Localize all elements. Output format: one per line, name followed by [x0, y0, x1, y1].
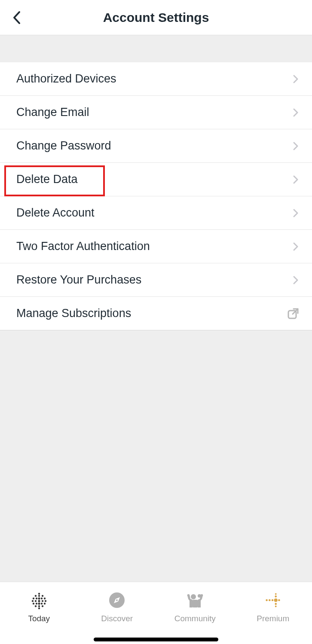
svg-point-24 — [38, 607, 40, 609]
svg-point-19 — [41, 603, 43, 604]
svg-point-3 — [35, 595, 37, 597]
chevron-right-icon — [291, 175, 300, 184]
svg-point-32 — [269, 599, 271, 601]
chevron-right-icon — [291, 108, 300, 117]
svg-point-4 — [38, 595, 40, 597]
nav-item-today[interactable]: Today — [0, 582, 78, 644]
page-title: Account Settings — [0, 10, 312, 25]
header: Account Settings — [0, 0, 312, 35]
svg-point-34 — [274, 598, 278, 602]
svg-point-16 — [33, 603, 34, 604]
svg-point-39 — [275, 605, 277, 607]
svg-point-14 — [42, 600, 43, 602]
nav-label: Community — [174, 614, 216, 623]
chevron-right-icon — [291, 276, 300, 284]
settings-item-manage-subscriptions[interactable]: Manage Subscriptions — [0, 297, 312, 330]
compass-icon — [107, 590, 127, 610]
nav-label: Discover — [101, 614, 133, 623]
settings-item-label: Manage Subscriptions — [16, 307, 131, 320]
settings-list: Authorized Devices Change Email Change P… — [0, 62, 312, 330]
svg-point-9 — [41, 598, 43, 599]
external-link-icon — [286, 307, 300, 320]
nav-item-discover[interactable]: Discover — [78, 582, 156, 644]
svg-point-18 — [38, 602, 40, 604]
svg-point-36 — [275, 595, 277, 598]
chevron-right-icon — [291, 75, 300, 83]
chevron-left-icon — [12, 10, 21, 25]
svg-point-7 — [36, 598, 37, 599]
svg-point-22 — [38, 605, 40, 607]
svg-point-35 — [278, 599, 280, 601]
community-icon — [185, 590, 205, 610]
settings-item-label: Authorized Devices — [16, 72, 116, 85]
svg-point-17 — [36, 603, 37, 604]
svg-point-28 — [191, 594, 196, 599]
settings-item-delete-data[interactable]: Delete Data — [0, 163, 312, 196]
svg-point-11 — [32, 600, 34, 602]
nav-label: Premium — [257, 614, 289, 623]
settings-item-change-email[interactable]: Change Email — [0, 96, 312, 129]
nav-label: Today — [28, 614, 50, 623]
svg-point-2 — [38, 593, 40, 595]
settings-item-authorized-devices[interactable]: Authorized Devices — [0, 62, 312, 96]
chevron-right-icon — [291, 242, 300, 251]
nav-item-premium[interactable]: Premium — [234, 582, 312, 644]
section-spacer — [0, 35, 312, 62]
svg-point-23 — [42, 605, 43, 607]
settings-item-label: Two Factor Authentication — [16, 240, 150, 253]
svg-line-1 — [293, 309, 298, 314]
settings-item-label: Delete Account — [16, 206, 95, 220]
settings-item-label: Change Email — [16, 106, 89, 119]
settings-item-change-password[interactable]: Change Password — [0, 129, 312, 163]
settings-item-label: Delete Data — [16, 173, 78, 186]
svg-point-33 — [272, 599, 274, 601]
svg-point-13 — [38, 600, 40, 602]
settings-item-label: Change Password — [16, 139, 111, 153]
nav-item-community[interactable]: Community — [156, 582, 234, 644]
svg-point-31 — [266, 599, 268, 601]
settings-item-two-factor[interactable]: Two Factor Authentication — [0, 230, 312, 263]
back-button[interactable] — [8, 9, 25, 26]
svg-point-15 — [45, 600, 46, 602]
bottom-nav: Today Discover Community — [0, 582, 312, 644]
settings-item-delete-account[interactable]: Delete Account — [0, 196, 312, 230]
svg-point-10 — [44, 598, 46, 599]
today-icon — [29, 590, 49, 610]
svg-point-37 — [275, 603, 277, 605]
svg-point-6 — [33, 598, 34, 599]
svg-point-5 — [42, 595, 43, 597]
svg-point-21 — [35, 605, 37, 607]
settings-item-restore-purchases[interactable]: Restore Your Purchases — [0, 263, 312, 297]
svg-point-12 — [35, 600, 37, 602]
svg-point-27 — [116, 599, 118, 601]
svg-point-8 — [38, 597, 40, 599]
chevron-right-icon — [291, 209, 300, 217]
home-indicator — [94, 638, 218, 641]
settings-item-label: Restore Your Purchases — [16, 273, 141, 287]
svg-rect-30 — [193, 600, 198, 607]
svg-point-38 — [275, 593, 277, 595]
svg-point-20 — [44, 603, 46, 604]
chevron-right-icon — [291, 142, 300, 150]
premium-icon — [263, 590, 283, 610]
